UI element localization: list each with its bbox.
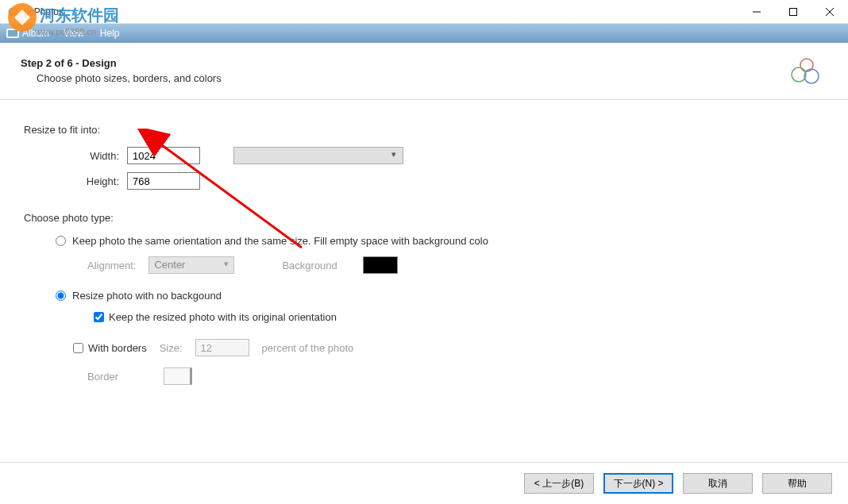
step-title: Step 2 of 6 - Design (21, 57, 222, 69)
height-input[interactable] (127, 172, 200, 190)
width-label: Width: (56, 150, 119, 162)
with-borders-checkbox[interactable] (73, 343, 83, 353)
wizard-body: Resize to fit into: Width: Height: Choos… (0, 100, 848, 463)
menubar: Album View Help (0, 24, 848, 43)
alignment-row: Alignment: Center Background (87, 256, 824, 274)
menu-album[interactable]: Album (0, 24, 56, 43)
resize-mode-combo[interactable] (233, 147, 403, 164)
option-same-size-row[interactable]: Keep photo the same orientation and the … (56, 235, 824, 247)
keep-orientation-label: Keep the resized photo with its original… (109, 311, 337, 323)
step-subtitle: Choose photo sizes, borders, and colors (37, 72, 222, 84)
option-resize-label: Resize photo with no backgound (72, 290, 222, 302)
menu-album-label: Album (22, 28, 49, 39)
window-controls (738, 0, 848, 24)
option-same-size-label: Keep photo the same orientation and the … (72, 235, 488, 247)
titlebar: pcPhotos (0, 0, 848, 24)
svg-point-11 (804, 69, 819, 83)
resize-section-label: Resize to fit into: (24, 124, 824, 136)
minimize-button[interactable] (738, 0, 775, 24)
window-title: pcPhotos (24, 6, 64, 17)
help-button[interactable]: 帮助 (762, 473, 832, 494)
svg-rect-4 (790, 9, 797, 16)
with-borders-label: With borders (88, 342, 147, 354)
border-color-row: Border (87, 367, 824, 385)
keep-orientation-checkbox[interactable] (94, 312, 104, 322)
width-row: Width: (56, 147, 824, 164)
border-size-input (195, 339, 249, 356)
alignment-label: Alignment: (87, 260, 136, 271)
wizard-header: Step 2 of 6 - Design Choose photo sizes,… (0, 43, 848, 100)
option-same-size-radio[interactable] (56, 236, 66, 246)
option-resize-row[interactable]: Resize photo with no backgound (56, 290, 824, 302)
menu-help-label: Help (100, 28, 120, 39)
next-button[interactable]: 下一步(N) > (603, 473, 673, 494)
wizard-panel: Step 2 of 6 - Design Choose photo sizes,… (0, 43, 848, 504)
height-row: Height: (56, 172, 824, 190)
close-button[interactable] (811, 0, 848, 24)
with-borders-row: With borders Size: percent of the photo (73, 339, 824, 356)
keep-orientation-row[interactable]: Keep the resized photo with its original… (94, 311, 824, 323)
back-button[interactable]: < 上一步(B) (524, 473, 594, 494)
background-label: Background (282, 260, 337, 271)
border-color-swatch (164, 367, 192, 385)
svg-point-2 (12, 8, 17, 13)
cancel-button[interactable]: 取消 (683, 473, 753, 494)
percent-label: percent of the photo (262, 342, 354, 354)
background-color-swatch (363, 256, 398, 274)
wizard-footer: < 上一步(B) 下一步(N) > 取消 帮助 (0, 463, 848, 504)
svg-point-10 (792, 67, 806, 82)
menu-view[interactable]: View (56, 24, 92, 43)
maximize-button[interactable] (775, 0, 811, 24)
album-icon (6, 27, 19, 40)
choose-type-label: Choose photo type: (24, 212, 824, 224)
header-logo-icon (789, 57, 821, 88)
alignment-combo: Center (148, 256, 234, 274)
height-label: Height: (56, 175, 119, 187)
menu-view-label: View (64, 28, 84, 39)
option-resize-radio[interactable] (56, 290, 66, 301)
menu-help[interactable]: Help (92, 24, 128, 43)
border-color-label: Border (87, 371, 151, 383)
border-size-label: Size: (160, 342, 183, 354)
width-input[interactable] (127, 147, 200, 164)
svg-rect-8 (8, 30, 17, 37)
app-icon (6, 6, 19, 18)
